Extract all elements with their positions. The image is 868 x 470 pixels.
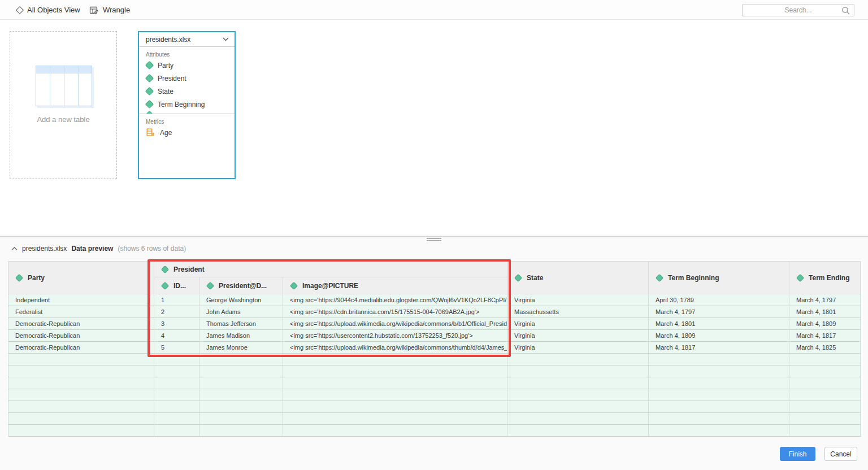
empty-table-cell xyxy=(8,389,154,401)
metric-item-age[interactable]: Age xyxy=(139,126,235,139)
empty-table-cell xyxy=(649,425,789,437)
table-cell: Virginia xyxy=(507,294,649,306)
attribute-label: Term Beginning xyxy=(158,101,205,108)
table-cell: James Madison xyxy=(199,330,283,342)
attribute-item-state[interactable]: State xyxy=(139,85,235,98)
empty-table-cell xyxy=(649,413,789,425)
empty-table-cell xyxy=(789,365,861,377)
attribute-icon xyxy=(145,87,154,96)
all-objects-view-label: All Objects View xyxy=(27,6,80,14)
table-cell: March 4, 1801 xyxy=(789,306,861,318)
attributes-section-label: Attributes xyxy=(139,47,235,59)
all-objects-view-button[interactable]: All Objects View xyxy=(14,0,84,20)
column-group-header-president[interactable]: President xyxy=(154,262,507,277)
empty-table-cell xyxy=(507,389,649,401)
empty-table-cell xyxy=(154,413,199,425)
attribute-item-term-beginning[interactable]: Term Beginning xyxy=(139,98,235,111)
search-box xyxy=(742,4,854,16)
empty-table-cell xyxy=(789,413,861,425)
empty-table-cell xyxy=(283,389,507,401)
add-table-label: Add a new table xyxy=(10,115,116,124)
attribute-item-party[interactable]: Party xyxy=(139,59,235,72)
preview-title-bar: presidents.xlsx Data preview (shows 6 ro… xyxy=(11,245,186,253)
table-cell: George Washington xyxy=(199,294,283,306)
attribute-item-president[interactable]: President xyxy=(139,72,235,85)
empty-table-cell xyxy=(283,354,507,365)
column-header-party[interactable]: Party xyxy=(8,262,154,294)
top-toolbar: All Objects View Wrangle xyxy=(0,0,868,20)
attribute-icon xyxy=(656,273,663,281)
table-cell: 2 xyxy=(154,306,199,318)
column-header-image-picture[interactable]: Image@PICTURE xyxy=(283,277,507,294)
table-cell: <img src='https://usercontent2.hubstatic… xyxy=(283,330,507,342)
empty-table-cell xyxy=(507,413,649,425)
dataset-file-name: presidents.xlsx xyxy=(146,36,190,43)
dataset-selector[interactable]: presidents.xlsx xyxy=(139,32,235,47)
empty-table-cell xyxy=(199,377,283,389)
column-header-id[interactable]: ID... xyxy=(154,277,199,294)
cancel-button[interactable]: Cancel xyxy=(824,447,857,461)
attribute-icon xyxy=(145,61,154,70)
attribute-label: State xyxy=(158,88,173,95)
table-cell: <img src='https://upload.wikimedia.org/w… xyxy=(283,318,507,330)
preview-title: Data preview xyxy=(71,245,113,253)
empty-table-cell xyxy=(199,354,283,365)
table-cell: <img src='https://cdn.britannica.com/15/… xyxy=(283,306,507,318)
table-row: Federalist2John Adams<img src='https://c… xyxy=(8,306,861,318)
empty-table-row xyxy=(8,425,861,437)
empty-table-cell xyxy=(8,377,154,389)
table-cell: 3 xyxy=(154,318,199,330)
empty-table-cell xyxy=(154,425,199,437)
table-cell: <img src='https://9044c4.medialib.edu.gl… xyxy=(283,294,507,306)
empty-table-cell xyxy=(507,401,649,413)
collapse-chevron-icon[interactable] xyxy=(11,247,18,251)
preview-file-name: presidents.xlsx xyxy=(22,245,67,253)
empty-table-row xyxy=(8,401,861,413)
wrangle-label: Wrangle xyxy=(103,6,130,14)
attribute-icon xyxy=(15,273,23,281)
wrangle-button[interactable]: Wrangle xyxy=(86,0,133,20)
chevron-down-icon xyxy=(223,37,229,41)
column-header-term-ending[interactable]: Term Ending xyxy=(789,262,861,294)
search-input[interactable] xyxy=(743,5,854,16)
metric-label: Age xyxy=(160,129,172,137)
empty-table-cell xyxy=(283,413,507,425)
wrangle-icon xyxy=(89,6,98,15)
empty-table-cell xyxy=(507,365,649,377)
table-cell: March 4, 1817 xyxy=(649,342,789,354)
empty-table-cell xyxy=(8,413,154,425)
empty-table-row xyxy=(8,413,861,425)
search-icon[interactable] xyxy=(841,6,850,15)
table-cell: Democratic-Republican xyxy=(8,342,154,354)
table-row: Independent1George Washington<img src='h… xyxy=(8,294,861,306)
attribute-icon xyxy=(206,281,214,289)
empty-table-cell xyxy=(283,377,507,389)
empty-table-cell xyxy=(199,413,283,425)
attribute-label: President xyxy=(158,75,186,82)
table-placeholder-icon xyxy=(36,66,92,106)
table-cell: 1 xyxy=(154,294,199,306)
empty-table-row xyxy=(8,365,861,377)
metrics-section-label: Metrics xyxy=(139,114,235,126)
column-header-president-d[interactable]: President@D... xyxy=(199,277,283,294)
empty-table-cell xyxy=(283,365,507,377)
empty-table-cell xyxy=(789,425,861,437)
preview-note: (shows 6 rows of data) xyxy=(118,245,186,253)
column-header-term-beginning[interactable]: Term Beginning xyxy=(649,262,789,294)
finish-button[interactable]: Finish xyxy=(780,447,815,461)
table-cell: Virginia xyxy=(507,330,649,342)
empty-table-cell xyxy=(8,354,154,365)
empty-table-cell xyxy=(283,425,507,437)
table-cell: <img src='https://upload.wikimedia.org/w… xyxy=(283,342,507,354)
attribute-label: Party xyxy=(158,62,173,69)
table-cell: Virginia xyxy=(507,342,649,354)
empty-table-cell xyxy=(649,401,789,413)
table-cell: 5 xyxy=(154,342,199,354)
empty-table-cell xyxy=(154,365,199,377)
splitter-drag-handle[interactable] xyxy=(427,238,441,242)
empty-table-cell xyxy=(789,377,861,389)
table-cell: Democratic-Republican xyxy=(8,330,154,342)
empty-table-cell xyxy=(8,401,154,413)
add-new-table-dropzone[interactable]: Add a new table xyxy=(10,31,117,179)
column-header-state[interactable]: State xyxy=(507,262,649,294)
